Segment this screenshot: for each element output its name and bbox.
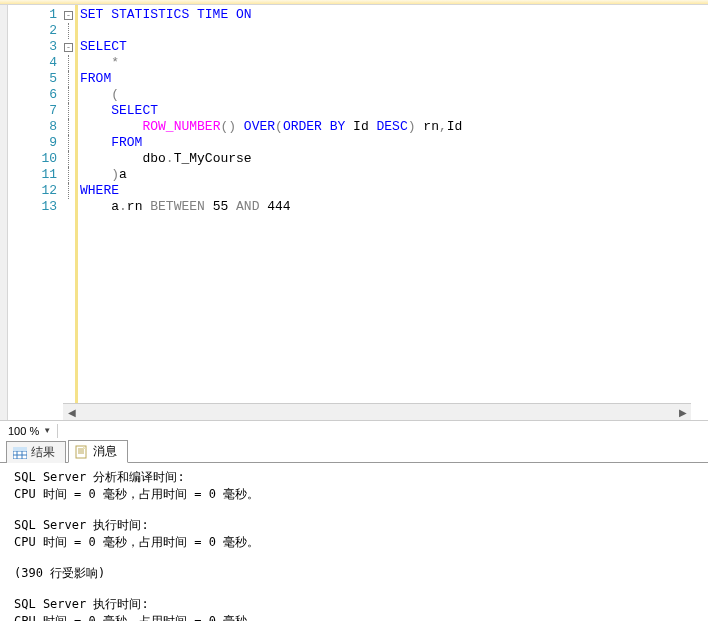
fold-guide (68, 183, 75, 199)
code-pane[interactable]: SET STATISTICS TIME ONSELECT *FROM ( SEL… (75, 5, 708, 420)
code-line[interactable]: SELECT (80, 39, 708, 55)
line-number: 3 (8, 39, 57, 55)
fold-guide (68, 151, 75, 167)
message-line: (390 行受影响) (14, 565, 694, 582)
message-rows-affected: (390 行受影响) (14, 565, 694, 582)
code-line[interactable]: )a (80, 167, 708, 183)
code-line[interactable]: ( (80, 87, 708, 103)
line-number: 6 (8, 87, 57, 103)
code-line[interactable]: * (80, 55, 708, 71)
line-number: 13 (8, 199, 57, 215)
svg-rect-5 (13, 447, 27, 451)
line-number: 8 (8, 119, 57, 135)
scroll-right-arrow[interactable]: ▶ (674, 404, 691, 420)
line-number: 1 (8, 7, 57, 23)
message-line: CPU 时间 = 0 毫秒，占用时间 = 0 毫秒。 (14, 613, 694, 621)
code-line[interactable]: FROM (80, 135, 708, 151)
message-line: CPU 时间 = 0 毫秒，占用时间 = 0 毫秒。 (14, 486, 694, 503)
tab-messages-label: 消息 (93, 443, 117, 460)
tab-results[interactable]: 结果 (6, 441, 66, 463)
code-line[interactable]: WHERE (80, 183, 708, 199)
fold-guide (68, 23, 75, 39)
line-number: 2 (8, 23, 57, 39)
line-number: 10 (8, 151, 57, 167)
message-line: CPU 时间 = 0 毫秒，占用时间 = 0 毫秒。 (14, 534, 694, 551)
fold-guide (63, 199, 75, 215)
fold-guide (68, 135, 75, 151)
code-editor[interactable]: 12345678910111213 -- SET STATISTICS TIME… (0, 5, 708, 420)
tab-results-label: 结果 (31, 444, 55, 461)
horizontal-scrollbar[interactable]: ◀ ▶ (63, 403, 691, 420)
fold-guide (68, 71, 75, 87)
message-block: SQL Server 执行时间: CPU 时间 = 0 毫秒，占用时间 = 0 … (14, 596, 694, 621)
line-number-gutter: 12345678910111213 (8, 5, 63, 420)
scroll-left-arrow[interactable]: ◀ (63, 404, 80, 420)
fold-guide (68, 167, 75, 183)
code-line[interactable]: SET STATISTICS TIME ON (80, 7, 708, 23)
line-number: 12 (8, 183, 57, 199)
code-line[interactable]: SELECT (80, 103, 708, 119)
code-line[interactable]: a.rn BETWEEN 55 AND 444 (80, 199, 708, 215)
fold-guide (68, 119, 75, 135)
fold-guide (68, 87, 75, 103)
code-line[interactable]: FROM (80, 71, 708, 87)
page-icon (75, 445, 89, 459)
grid-icon (13, 447, 27, 459)
line-number: 4 (8, 55, 57, 71)
message-line: SQL Server 分析和编译时间: (14, 469, 694, 486)
messages-pane[interactable]: SQL Server 分析和编译时间: CPU 时间 = 0 毫秒，占用时间 =… (0, 463, 708, 621)
line-number: 11 (8, 167, 57, 183)
message-block: SQL Server 分析和编译时间: CPU 时间 = 0 毫秒，占用时间 =… (14, 469, 694, 503)
scroll-track[interactable] (80, 404, 674, 420)
separator (57, 424, 58, 438)
fold-column[interactable]: -- (63, 5, 75, 420)
zoom-bar: 100 % ▼ (0, 420, 708, 440)
line-number: 9 (8, 135, 57, 151)
chevron-down-icon[interactable]: ▼ (43, 426, 51, 435)
fold-guide (68, 103, 75, 119)
line-number: 5 (8, 71, 57, 87)
results-tabs: 结果 消息 (0, 440, 708, 463)
message-block: SQL Server 执行时间: CPU 时间 = 0 毫秒，占用时间 = 0 … (14, 517, 694, 551)
editor-left-margin (0, 5, 8, 420)
message-line: SQL Server 执行时间: (14, 596, 694, 613)
fold-toggle[interactable]: - (63, 39, 75, 55)
tab-messages[interactable]: 消息 (68, 440, 128, 463)
code-line[interactable]: ROW_NUMBER() OVER(ORDER BY Id DESC) rn,I… (80, 119, 708, 135)
fold-toggle[interactable]: - (63, 7, 75, 23)
code-line[interactable] (80, 23, 708, 39)
zoom-value[interactable]: 100 % (8, 425, 39, 437)
code-line[interactable]: dbo.T_MyCourse (80, 151, 708, 167)
line-number: 7 (8, 103, 57, 119)
message-line: SQL Server 执行时间: (14, 517, 694, 534)
fold-guide (68, 55, 75, 71)
